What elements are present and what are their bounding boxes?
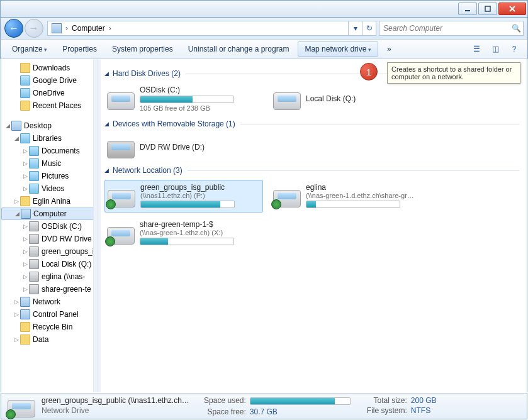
minimize-button[interactable]: [458, 3, 477, 15]
expand-icon[interactable]: ▷: [21, 160, 29, 167]
tree-node-google-drive[interactable]: Google Drive: [1, 74, 97, 87]
view-options-button[interactable]: ☰: [468, 42, 485, 56]
tree-node-label: OneDrive: [33, 89, 65, 97]
status-title: green_groups_isg_public (\\nas11.ethz.ch…: [42, 396, 189, 405]
toolbar: Organize Properties System properties Un…: [0, 39, 528, 59]
tree-resize-handle[interactable]: [97, 59, 101, 392]
tree-node-onedrive[interactable]: OneDrive: [1, 87, 97, 99]
tree-node-eglina-nas-[interactable]: ▷eglina (\\nas-: [1, 270, 97, 283]
refresh-button[interactable]: ↻: [362, 21, 376, 36]
expand-icon[interactable]: ▷: [13, 198, 20, 204]
expand-icon[interactable]: ▷: [21, 248, 29, 255]
drive-dvd[interactable]: DVD RW Drive (D:): [104, 133, 263, 161]
folder-icon: [20, 322, 30, 332]
back-button[interactable]: ←: [4, 19, 23, 38]
expand-icon[interactable]: ◢: [4, 123, 11, 129]
group-header-network[interactable]: ◢Network Location (3): [104, 166, 519, 175]
toolbar-overflow[interactable]: »: [381, 42, 398, 56]
folder-icon: [21, 209, 31, 219]
breadcrumb[interactable]: › Computer › ▾ ↻: [47, 21, 376, 36]
tree-node-pictures[interactable]: ▷Pictures: [1, 170, 97, 182]
tree-node-videos[interactable]: ▷Videos: [1, 182, 97, 195]
expand-icon[interactable]: ▷: [21, 148, 29, 154]
expand-icon[interactable]: ▷: [13, 299, 20, 305]
tree-node-label: Desktop: [24, 121, 52, 130]
expand-icon[interactable]: ◢: [13, 211, 21, 217]
tree-node-label: Control Panel: [33, 310, 79, 319]
tree-node-label: Network: [33, 297, 60, 306]
tree-node-downloads[interactable]: Downloads: [1, 62, 97, 74]
tree-node-label: Computer: [33, 209, 67, 218]
folder-icon: [20, 75, 30, 86]
tree-node-eglin-anina[interactable]: ▷Eglin Anina: [1, 195, 97, 207]
breadcrumb-computer[interactable]: Computer: [68, 24, 109, 33]
tree-node-label: Downloads: [33, 64, 70, 72]
search-box[interactable]: Search Computer 🔍: [379, 21, 524, 36]
tree-node-network[interactable]: ▷Network: [1, 296, 97, 308]
status-type: Network Drive: [42, 406, 189, 415]
tree-node-label: Libraries: [33, 134, 62, 143]
map-network-drive-button[interactable]: Map network drive: [298, 41, 378, 57]
navigation-tree[interactable]: DownloadsGoogle DriveOneDriveRecent Plac…: [1, 59, 97, 392]
expand-icon[interactable]: ▷: [21, 173, 29, 179]
tree-node-dvd-rw-drive-[interactable]: ▷DVD RW Drive (: [1, 233, 97, 245]
group-header-removable[interactable]: ◢Devices with Removable Storage (1): [104, 119, 519, 128]
drive-icon: [107, 87, 135, 110]
properties-button[interactable]: Properties: [56, 42, 103, 56]
folder-icon: [29, 284, 39, 294]
folder-icon: [20, 309, 30, 319]
tree-node-label: green_groups_i: [42, 247, 94, 256]
network-drive-icon: [107, 222, 135, 245]
expand-icon[interactable]: ▷: [21, 236, 29, 242]
expand-icon[interactable]: ▷: [21, 185, 29, 192]
status-bar: green_groups_isg_public (\\nas11.ethz.ch…: [1, 393, 527, 419]
content-pane[interactable]: ◢Hard Disk Drives (2) OSDisk (C:) 105 GB…: [97, 59, 527, 392]
tree-node-green-groups-i[interactable]: ▷green_groups_i: [1, 245, 97, 258]
folder-icon: [29, 146, 39, 156]
tree-node-label: OSDisk (C:): [42, 222, 82, 231]
tree-node-recycle-bin[interactable]: Recycle Bin: [1, 321, 97, 333]
tree-node-label: Music: [42, 159, 61, 168]
organize-menu[interactable]: Organize: [6, 42, 53, 56]
tree-node-label: Data: [33, 335, 48, 344]
chevron-right-icon: ›: [109, 24, 111, 33]
tree-node-recent-places[interactable]: Recent Places: [1, 99, 97, 112]
forward-button[interactable]: →: [25, 19, 43, 38]
preview-pane-button[interactable]: ◫: [487, 42, 503, 56]
uninstall-button[interactable]: Uninstall or change a program: [182, 42, 296, 56]
tree-node-share-green-te[interactable]: ▷share-green-te: [1, 283, 97, 296]
network-drive-eglina[interactable]: eglina (\\nas-green-1.d.ethz.ch\share-gr…: [271, 180, 429, 213]
tree-node-local-disk-q-[interactable]: ▷Local Disk (Q:): [1, 258, 97, 270]
tree-node-label: Local Disk (Q:): [42, 260, 91, 268]
expand-icon[interactable]: ▷: [21, 286, 29, 292]
tree-node-data[interactable]: ▷Data: [1, 333, 97, 346]
maximize-button[interactable]: [478, 3, 497, 15]
expand-icon[interactable]: ▷: [13, 336, 20, 343]
tree-node-libraries[interactable]: ◢Libraries: [1, 132, 97, 145]
folder-icon: [29, 158, 39, 169]
network-drive-p[interactable]: green_groups_isg_public (\\nas11.ethz.ch…: [104, 180, 263, 213]
drive-local-q[interactable]: Local Disk (Q:): [271, 83, 429, 114]
network-drive-icon: [273, 185, 301, 207]
system-properties-button[interactable]: System properties: [106, 42, 179, 56]
expand-icon[interactable]: ▷: [21, 223, 29, 229]
tree-node-control-panel[interactable]: ▷Control Panel: [1, 308, 97, 321]
folder-icon: [29, 259, 39, 269]
drive-osdisk[interactable]: OSDisk (C:) 105 GB free of 238 GB: [104, 83, 263, 114]
tree-node-label: Documents: [42, 146, 80, 155]
expand-icon[interactable]: ▷: [13, 311, 20, 318]
tree-node-osdisk-c-[interactable]: ▷OSDisk (C:): [1, 220, 97, 233]
folder-icon: [29, 184, 39, 194]
folder-icon: [11, 121, 21, 131]
expand-icon[interactable]: ▷: [21, 261, 29, 267]
tree-node-desktop[interactable]: ◢Desktop: [1, 119, 97, 132]
expand-icon[interactable]: ▷: [21, 274, 29, 280]
expand-icon[interactable]: ◢: [13, 135, 20, 141]
tree-node-computer[interactable]: ◢Computer: [1, 207, 97, 220]
network-drive-x[interactable]: share-green-temp-1-$ (\\nas-green-1.ethz…: [104, 218, 263, 249]
close-button[interactable]: [498, 3, 526, 15]
breadcrumb-history-dropdown[interactable]: ▾: [348, 21, 362, 36]
help-button[interactable]: ?: [506, 42, 522, 56]
tree-node-music[interactable]: ▷Music: [1, 157, 97, 170]
tree-node-documents[interactable]: ▷Documents: [1, 145, 97, 157]
